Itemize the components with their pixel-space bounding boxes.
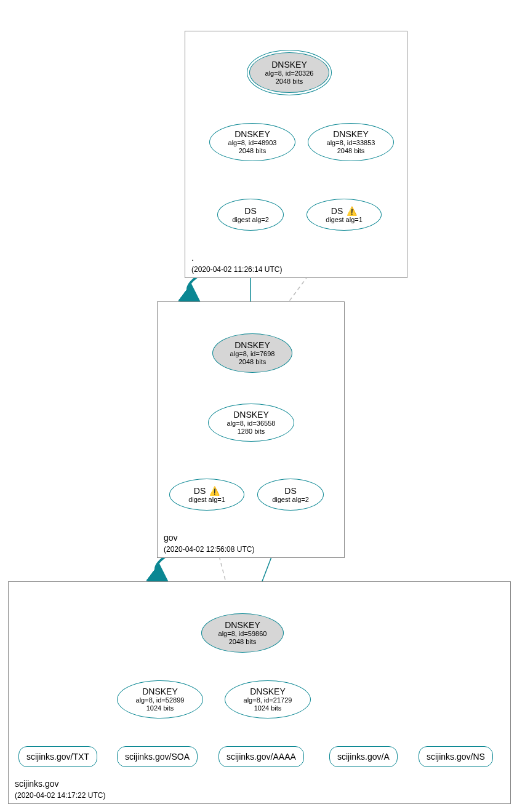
gov-ds1-node: DS ⚠️ digest alg=1 <box>169 479 244 511</box>
warning-icon: ⚠️ <box>347 206 357 216</box>
node-sub: alg=8, id=48903 <box>228 139 277 147</box>
root-ds1-node: DS digest alg=2 <box>217 199 284 231</box>
node-title: DNSKEY <box>225 620 260 630</box>
zone-scijinks-label: scijinks.gov <box>15 779 59 789</box>
zone-gov-time: (2020-04-02 12:56:08 UTC) <box>164 545 254 554</box>
node-sub: alg=8, id=59860 <box>218 630 267 638</box>
node-sub: digest alg=1 <box>326 216 363 224</box>
node-sub: alg=8, id=52899 <box>136 696 185 704</box>
root-zsk2-node: DNSKEY alg=8, id=33853 2048 bits <box>308 123 394 161</box>
node-sub: digest alg=1 <box>188 496 225 504</box>
scijinks-zsk2-node: DNSKEY alg=8, id=21729 1024 bits <box>225 680 311 718</box>
record-txt: scijinks.gov/TXT <box>18 746 97 767</box>
zone-root-time: (2020-04-02 11:26:14 UTC) <box>191 265 282 274</box>
node-title: DNSKEY <box>271 60 307 70</box>
node-sub: alg=8, id=7698 <box>230 350 275 358</box>
node-title: DNSKEY <box>142 687 178 696</box>
root-zsk1-node: DNSKEY alg=8, id=48903 2048 bits <box>209 123 295 161</box>
record-a: scijinks.gov/A <box>329 746 398 767</box>
gov-ksk-node: DNSKEY alg=8, id=7698 2048 bits <box>212 333 292 373</box>
record-ns: scijinks.gov/NS <box>419 746 493 767</box>
root-ksk-node: DNSKEY alg=8, id=20326 2048 bits <box>249 52 329 93</box>
root-ds2-node: DS ⚠️ digest alg=1 <box>307 199 382 231</box>
node-sub: alg=8, id=36558 <box>227 420 276 428</box>
record-soa: scijinks.gov/SOA <box>117 746 198 767</box>
node-sub: 2048 bits <box>276 78 303 86</box>
node-title: DNSKEY <box>234 129 270 139</box>
node-title: DNSKEY <box>234 340 270 350</box>
node-title: DNSKEY <box>333 129 369 139</box>
gov-zsk-node: DNSKEY alg=8, id=36558 1280 bits <box>208 404 294 442</box>
node-title: DNSKEY <box>233 410 269 420</box>
node-sub: digest alg=2 <box>272 496 309 504</box>
ds-label: DS <box>194 486 206 496</box>
zone-gov-label: gov <box>164 533 178 543</box>
node-sub: 1024 bits <box>146 704 174 712</box>
node-title: DS ⚠️ <box>331 206 357 216</box>
node-sub: 2048 bits <box>337 147 365 155</box>
node-title: DNSKEY <box>250 687 286 696</box>
node-sub: 2048 bits <box>239 358 267 366</box>
warning-icon: ⚠️ <box>209 486 220 496</box>
node-sub: 1280 bits <box>238 428 265 436</box>
node-title: DS <box>284 486 296 496</box>
node-sub: 1024 bits <box>254 704 282 712</box>
node-sub: alg=8, id=20326 <box>265 70 314 78</box>
node-sub: digest alg=2 <box>232 216 269 224</box>
gov-ds2-node: DS digest alg=2 <box>257 479 324 511</box>
node-title: DS <box>244 206 256 216</box>
zone-scijinks-time: (2020-04-02 14:17:22 UTC) <box>15 791 105 800</box>
node-title: DS ⚠️ <box>194 486 220 496</box>
node-sub: 2048 bits <box>229 638 257 646</box>
zone-root-label: . <box>191 253 194 263</box>
node-sub: alg=8, id=33853 <box>327 139 375 147</box>
record-aaaa: scijinks.gov/AAAA <box>218 746 304 767</box>
node-sub: 2048 bits <box>239 147 267 155</box>
node-sub: alg=8, id=21729 <box>244 696 292 704</box>
scijinks-zsk1-node: DNSKEY alg=8, id=52899 1024 bits <box>117 680 203 718</box>
ds-label: DS <box>331 206 343 216</box>
scijinks-ksk-node: DNSKEY alg=8, id=59860 2048 bits <box>201 613 284 653</box>
